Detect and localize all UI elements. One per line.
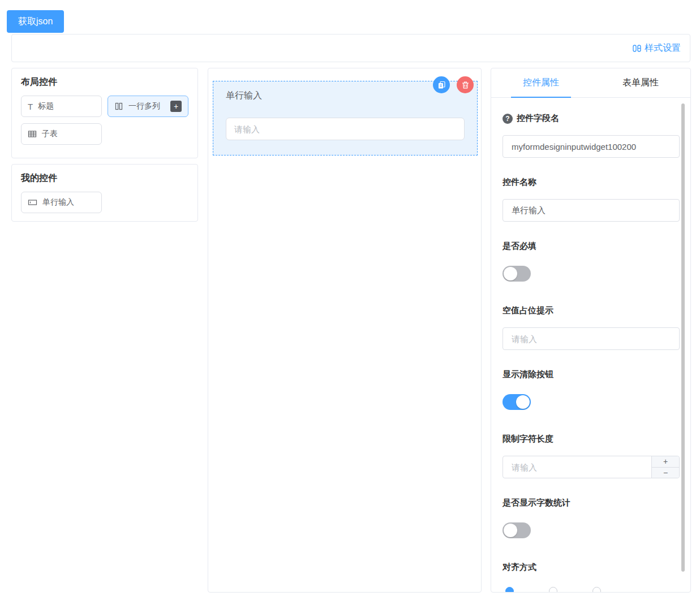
- placeholder-input[interactable]: [503, 327, 680, 350]
- style-settings-label: 样式设置: [645, 42, 681, 54]
- layout-panel-title: 布局控件: [21, 76, 188, 88]
- field-group-clearable: 显示清除按钮: [503, 369, 680, 410]
- properties-content: ? 控件字段名 控件名称 是否必填 空值占位提示 显示清除按钮: [491, 113, 690, 593]
- layout-widgets-panel: 布局控件 T 标题 一行多列 +: [11, 68, 198, 158]
- palette-item-subtable[interactable]: 子表: [21, 123, 102, 145]
- alignment-radio-option[interactable]: [505, 587, 514, 593]
- palette-item-label: 标题: [38, 101, 54, 111]
- field-group-field-name: ? 控件字段名: [503, 113, 680, 158]
- palette-item-title[interactable]: T 标题: [21, 96, 102, 117]
- field-name-input[interactable]: [503, 135, 680, 158]
- topbar: 样式设置: [11, 34, 690, 62]
- field-group-word-count: 是否显示字数统计: [503, 497, 680, 538]
- required-label: 是否必填: [503, 240, 680, 252]
- form-canvas[interactable]: 单行输入: [208, 68, 482, 593]
- clearable-toggle[interactable]: [503, 394, 531, 410]
- widget-label: 单行输入: [226, 90, 262, 102]
- add-column-button[interactable]: +: [170, 101, 182, 112]
- trash-icon: [461, 81, 470, 89]
- my-widgets-panel: 我的控件 单行输入: [11, 164, 198, 222]
- palette-item-multi-column[interactable]: 一行多列 +: [108, 96, 188, 117]
- palette-item-label: 一行多列: [128, 101, 160, 111]
- style-settings-link[interactable]: 样式设置: [632, 42, 681, 54]
- alignment-label: 对齐方式: [503, 561, 680, 573]
- widget-name-input[interactable]: [503, 199, 680, 222]
- field-group-alignment: 对齐方式: [503, 561, 680, 593]
- layout-items-grid: T 标题 一行多列 +: [21, 96, 188, 145]
- my-panel-title: 我的控件: [21, 172, 188, 184]
- required-toggle[interactable]: [503, 266, 531, 282]
- word-count-toggle[interactable]: [503, 522, 531, 538]
- my-items-grid: 单行输入: [21, 192, 188, 213]
- widget-name-label: 控件名称: [503, 176, 680, 188]
- alignment-radio-option[interactable]: [549, 587, 557, 593]
- placeholder-label: 空值占位提示: [503, 305, 680, 317]
- max-length-number-input: + −: [503, 456, 680, 478]
- properties-panel: 控件属性 表单属性 ? 控件字段名 控件名称 是否必填: [491, 68, 691, 593]
- columns-icon: [114, 102, 123, 111]
- decrease-button[interactable]: −: [652, 467, 679, 478]
- toggle-knob: [504, 267, 517, 280]
- tab-form-properties[interactable]: 表单属性: [591, 68, 690, 97]
- field-group-max-length: 限制字符长度 + −: [503, 433, 680, 478]
- selected-widget[interactable]: 单行输入: [213, 81, 478, 155]
- properties-tabbar: 控件属性 表单属性: [491, 68, 690, 98]
- table-icon: [28, 129, 37, 139]
- tab-widget-properties[interactable]: 控件属性: [491, 68, 591, 97]
- copy-widget-button[interactable]: [433, 76, 450, 93]
- copy-icon: [437, 81, 446, 89]
- properties-scrollbar[interactable]: [681, 103, 685, 572]
- toggle-knob: [516, 395, 530, 409]
- max-length-label: 限制字符长度: [503, 433, 680, 445]
- palette-item-single-line-input[interactable]: 单行输入: [21, 192, 102, 213]
- text-icon: T: [28, 102, 33, 111]
- alignment-radio-option[interactable]: [592, 587, 601, 593]
- field-name-label-text: 控件字段名: [517, 113, 559, 124]
- set-up-icon: [632, 44, 642, 53]
- widget-preview-input[interactable]: [226, 118, 465, 140]
- get-json-button[interactable]: 获取json: [7, 10, 64, 33]
- field-group-required: 是否必填: [503, 240, 680, 282]
- palette-item-label: 单行输入: [42, 197, 74, 208]
- field-group-widget-name: 控件名称: [503, 176, 680, 222]
- toggle-knob: [504, 524, 517, 537]
- form-designer-app: 获取json 样式设置 布局控件 T 标题: [0, 0, 700, 605]
- word-count-label: 是否显示字数统计: [503, 497, 680, 509]
- palette-item-label: 子表: [42, 129, 58, 139]
- clearable-label: 显示清除按钮: [503, 369, 680, 381]
- alignment-radio-group: [503, 587, 680, 593]
- field-name-label: ? 控件字段名: [503, 113, 680, 124]
- delete-widget-button[interactable]: [457, 76, 474, 93]
- help-icon[interactable]: ?: [503, 114, 513, 124]
- field-group-placeholder: 空值占位提示: [503, 305, 680, 350]
- number-stepper: + −: [651, 456, 679, 478]
- input-box-icon: [28, 198, 37, 207]
- increase-button[interactable]: +: [652, 456, 679, 467]
